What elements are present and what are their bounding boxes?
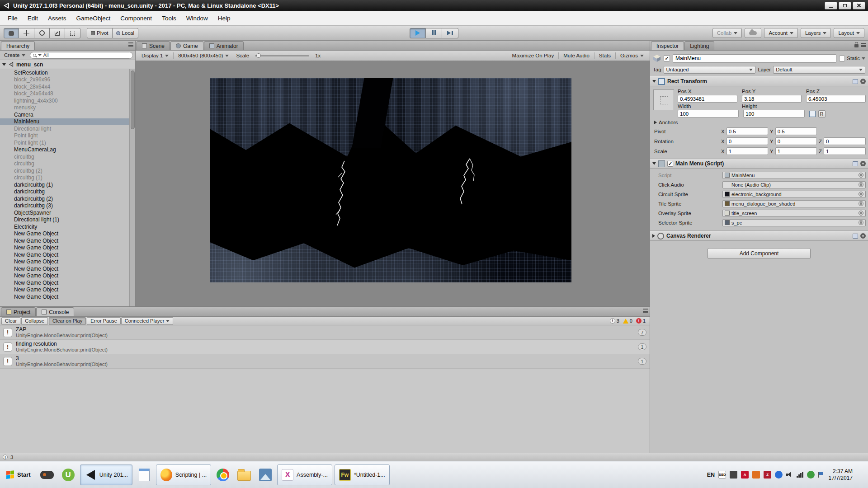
console-log-entry[interactable]: ! finding resolution UnityEngine.MonoBeh… <box>0 340 650 354</box>
anchors-foldout-icon[interactable] <box>654 121 657 124</box>
foldout-open-icon[interactable] <box>652 162 656 165</box>
unity-taskbar-button[interactable]: Unity 201... <box>80 465 132 485</box>
object-reference-field[interactable]: electronic_background <box>722 191 866 198</box>
move-tool-button[interactable] <box>19 28 34 38</box>
hierarchy-item[interactable]: lightning_4x4x300 <box>0 97 129 104</box>
static-toggle[interactable]: Static <box>839 56 865 61</box>
component-settings-icon[interactable] <box>860 79 866 84</box>
menu-item[interactable]: File <box>3 11 23 25</box>
notepad-app-icon[interactable] <box>135 465 154 485</box>
chrome-app-icon[interactable] <box>213 465 232 485</box>
tab-inspector[interactable]: Inspector <box>651 41 684 50</box>
scale-z-field[interactable] <box>824 147 866 155</box>
orange-tray-icon[interactable] <box>752 471 760 479</box>
tray-app-icon[interactable] <box>730 471 737 479</box>
width-field[interactable] <box>678 110 739 117</box>
connected-player-dropdown[interactable]: Connected Player <box>121 317 173 325</box>
layers-button[interactable]: Layers <box>801 28 831 38</box>
help-icon[interactable] <box>853 161 858 166</box>
object-reference-field[interactable]: MainMenu <box>722 172 866 179</box>
language-indicator[interactable]: EN <box>707 472 715 478</box>
tag-dropdown[interactable]: Untagged <box>664 66 756 74</box>
stats-toggle[interactable]: Stats <box>595 52 614 59</box>
hierarchy-item[interactable]: MenuCameraLag <box>0 146 129 154</box>
utorrent-app-icon[interactable]: U <box>59 465 78 485</box>
object-reference-field[interactable]: None (Audio Clip) <box>722 181 866 188</box>
console-toolbar-button[interactable]: Clear on Play <box>49 317 86 325</box>
hierarchy-item[interactable]: circuitbg (2) <box>0 167 129 174</box>
hierarchy-item[interactable]: block_24x64x48 <box>0 90 129 98</box>
hierarchy-item[interactable]: MainMenu <box>0 118 129 126</box>
hierarchy-item[interactable]: menusky <box>0 104 129 112</box>
zonealarm-tray-icon[interactable]: Z <box>764 471 771 479</box>
collab-button[interactable]: Collab <box>712 28 742 38</box>
console-log-entry[interactable]: ! ZAP UnityEngine.MonoBehaviour:print(Ob… <box>0 325 650 340</box>
hierarchy-scrollbar[interactable] <box>129 69 135 306</box>
scale-y-field[interactable] <box>775 147 817 155</box>
hierarchy-item[interactable]: New Game Object <box>0 286 129 294</box>
menu-item[interactable]: Assets <box>43 11 71 25</box>
start-button[interactable]: Start <box>2 461 35 488</box>
raw-edit-mode-button[interactable]: R <box>818 110 826 117</box>
script-enabled-checkbox[interactable]: ✓ <box>667 161 673 167</box>
object-picker-icon[interactable] <box>859 192 863 197</box>
pause-button[interactable] <box>426 28 442 38</box>
add-component-button[interactable]: Add Component <box>708 248 811 259</box>
minimize-button[interactable] <box>825 2 837 9</box>
rotate-tool-button[interactable] <box>34 28 50 38</box>
rect-tool-button[interactable] <box>65 28 80 38</box>
hierarchy-item[interactable]: Point light (1) <box>0 139 129 146</box>
pivot-toggle-button[interactable]: Pivot <box>87 28 113 38</box>
restore-button[interactable] <box>839 2 851 9</box>
hierarchy-item[interactable]: Camera <box>0 111 129 118</box>
step-button[interactable] <box>442 28 458 38</box>
object-picker-icon[interactable] <box>859 173 863 178</box>
layout-button[interactable]: Layout <box>834 28 864 38</box>
create-button[interactable]: Create <box>2 52 27 58</box>
local-toggle-button[interactable]: Local <box>113 28 139 38</box>
pos-z-field[interactable] <box>806 95 866 103</box>
static-checkbox[interactable] <box>839 56 845 61</box>
ssd-tray-icon[interactable]: SSD <box>718 471 726 479</box>
lock-icon[interactable] <box>854 44 859 47</box>
hierarchy-search-input[interactable]: All <box>30 52 133 59</box>
adobe-tray-icon[interactable]: A <box>741 471 749 479</box>
scale-x-field[interactable] <box>726 147 768 155</box>
object-reference-field[interactable]: s_pc <box>722 219 866 226</box>
display-dropdown[interactable]: Display 1 <box>138 52 172 59</box>
info-count-toggle[interactable]: !3 <box>610 318 619 324</box>
pivot-y-field[interactable] <box>775 127 817 135</box>
hierarchy-item[interactable]: darkcircuitbg <box>0 188 129 196</box>
object-reference-field[interactable]: title_screen <box>722 210 866 217</box>
console-toolbar-button[interactable]: Collapse <box>21 317 48 325</box>
anchors-label[interactable]: Anchors <box>659 120 724 125</box>
pos-x-field[interactable] <box>678 95 737 103</box>
safely-remove-tray-icon[interactable] <box>807 471 815 479</box>
hierarchy-item[interactable]: New Game Object <box>0 230 129 238</box>
object-picker-icon[interactable] <box>859 201 863 206</box>
error-count-toggle[interactable]: !1 <box>636 318 646 324</box>
firefox-taskbar-button[interactable]: Scripting | ... <box>156 465 211 485</box>
hierarchy-item[interactable]: New Game Object <box>0 237 129 244</box>
hierarchy-item[interactable]: New Game Object <box>0 251 129 258</box>
network-signal-icon[interactable] <box>797 472 803 478</box>
panel-menu-icon[interactable] <box>643 309 648 313</box>
menu-item[interactable]: GameObject <box>71 11 116 25</box>
tab-lighting[interactable]: Lighting <box>684 41 714 50</box>
menu-item[interactable]: Tools <box>157 11 181 25</box>
hierarchy-item[interactable]: Electricity <box>0 223 129 230</box>
gizmos-dropdown[interactable]: Gizmos <box>617 52 647 59</box>
hierarchy-item[interactable]: New Game Object <box>0 265 129 272</box>
aspect-dropdown[interactable]: 800x450 (800x450) <box>175 52 232 59</box>
assembly-taskbar-button[interactable]: X Assembly-... <box>277 465 332 485</box>
anchor-preset-button[interactable] <box>653 89 674 110</box>
tab-game[interactable]: Game <box>170 41 203 50</box>
panel-menu-icon[interactable] <box>128 42 133 47</box>
hierarchy-item[interactable]: block_2x96x96 <box>0 76 129 84</box>
main-menu-script-header[interactable]: ✓ Main Menu (Script) <box>650 159 868 169</box>
hierarchy-item[interactable]: New Game Object <box>0 258 129 266</box>
menu-item[interactable]: Window <box>181 11 213 25</box>
foldout-open-icon[interactable] <box>652 80 656 83</box>
play-button[interactable] <box>410 28 426 38</box>
maximize-on-play-toggle[interactable]: Maximize On Play <box>509 52 558 59</box>
